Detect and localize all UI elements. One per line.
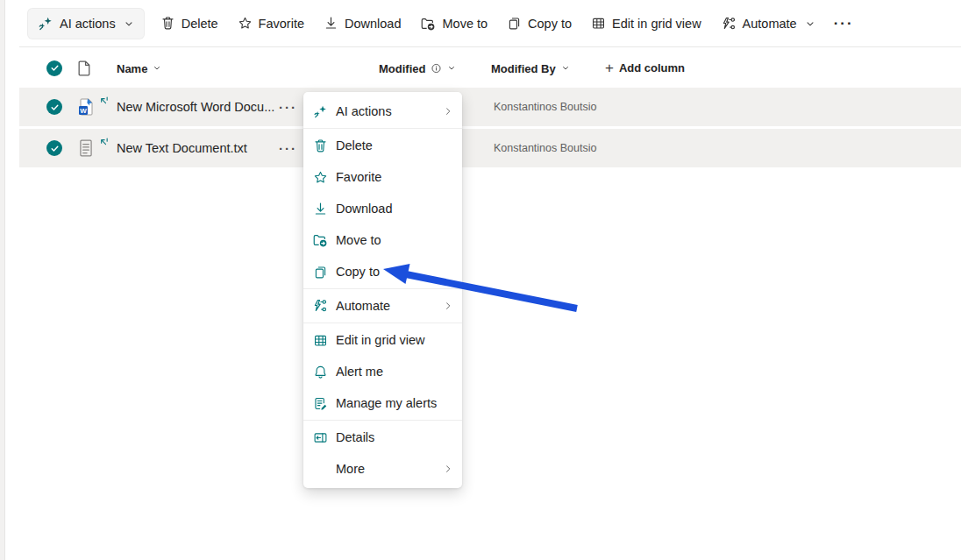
- copy-icon: [312, 265, 328, 280]
- menu-item-ai-actions[interactable]: AI actions: [303, 96, 462, 127]
- automate-flow-icon: [312, 298, 328, 314]
- details-pane-icon: [312, 430, 328, 445]
- new-item-indicator-icon: [98, 96, 110, 107]
- chevron-down-icon: [447, 64, 456, 73]
- file-type-column-icon[interactable]: [77, 60, 92, 76]
- menu-separator: [303, 128, 462, 129]
- edit-in-grid-view-label: Edit in grid view: [612, 17, 701, 31]
- menu-item-copy-to[interactable]: Copy to: [303, 256, 462, 287]
- text-file-icon: [78, 139, 94, 158]
- download-button[interactable]: Download: [314, 9, 411, 39]
- svg-text:W: W: [80, 107, 87, 115]
- chevron-right-icon: [443, 301, 453, 311]
- file-name-cell[interactable]: New Text Document.txt: [98, 141, 247, 155]
- favorite-label: Favorite: [259, 17, 304, 31]
- folder-move-icon: [312, 232, 328, 248]
- chevron-down-icon: [124, 18, 134, 29]
- menu-item-manage-my-alerts[interactable]: Manage my alerts: [303, 387, 462, 419]
- delete-button[interactable]: Delete: [151, 9, 228, 39]
- folder-move-icon: [420, 16, 436, 32]
- menu-item-move-to[interactable]: Move to: [303, 224, 462, 256]
- menu-item-download[interactable]: Download: [303, 193, 462, 224]
- sharepoint-file-list-page: AI actions Delete Favorite Download: [0, 0, 961, 560]
- row-checkbox[interactable]: [46, 99, 62, 115]
- menu-separator: [303, 288, 462, 289]
- ai-actions-button[interactable]: AI actions: [28, 9, 144, 39]
- star-icon: [238, 16, 253, 31]
- menu-item-more[interactable]: More: [303, 453, 462, 485]
- info-icon: [431, 62, 442, 74]
- modified-by-value: Konstantinos Boutsiou: [494, 101, 597, 113]
- row-checkbox[interactable]: [46, 140, 62, 156]
- chevron-down-icon: [153, 64, 161, 73]
- bell-icon: [312, 365, 328, 379]
- modified-by-cell: Konstantinos Boutsiou: [494, 142, 597, 154]
- add-column-label: Add column: [619, 61, 685, 74]
- trash-icon: [312, 138, 328, 153]
- checkbox-checked-icon: [46, 140, 62, 156]
- copy-to-label: Copy to: [528, 17, 572, 31]
- plus-icon: +: [605, 60, 614, 77]
- file-row-word-document[interactable]: W New Microsoft Word Docu... ··· Konstan…: [19, 88, 961, 126]
- chevron-right-icon: [443, 106, 453, 117]
- copy-icon: [507, 16, 522, 31]
- menu-item-delete[interactable]: Delete: [303, 130, 462, 161]
- row-more-actions-button[interactable]: ···: [279, 141, 297, 156]
- add-column-button[interactable]: + Add column: [605, 60, 685, 77]
- page-left-gutter: [0, 0, 5, 560]
- delete-label: Delete: [182, 17, 218, 31]
- ai-actions-label: AI actions: [60, 17, 116, 31]
- column-header-modified[interactable]: Modified: [379, 61, 456, 74]
- automate-label: Automate: [743, 17, 797, 31]
- menu-item-alert-me[interactable]: Alert me: [303, 356, 462, 387]
- toolbar-overflow-button[interactable]: ···: [825, 9, 863, 39]
- grid-icon: [312, 333, 328, 348]
- menu-item-automate[interactable]: Automate: [303, 290, 462, 322]
- download-icon: [312, 202, 328, 216]
- star-icon: [312, 170, 328, 185]
- new-item-indicator-icon: [98, 137, 110, 148]
- move-to-label: Move to: [442, 17, 488, 31]
- menu-item-details[interactable]: Details: [303, 422, 462, 453]
- modified-by-value: Konstantinos Boutsiou: [494, 142, 597, 154]
- list-header-row: Name Modified Modified By + Add column: [19, 48, 961, 88]
- word-file-icon: W: [77, 97, 96, 117]
- column-header-name[interactable]: Name: [117, 61, 161, 74]
- chevron-down-icon: [805, 18, 815, 29]
- chevron-down-icon: [561, 64, 570, 73]
- download-label: Download: [345, 17, 402, 31]
- column-header-modified-by[interactable]: Modified By: [491, 61, 570, 74]
- ai-sparkle-icon: [312, 104, 328, 119]
- menu-item-favorite[interactable]: Favorite: [303, 161, 462, 193]
- favorite-button[interactable]: Favorite: [228, 9, 314, 39]
- automate-flow-icon: [721, 16, 737, 32]
- move-to-button[interactable]: Move to: [410, 9, 497, 39]
- manage-alerts-icon: [312, 396, 328, 411]
- file-name: New Text Document.txt: [117, 141, 247, 155]
- menu-item-edit-in-grid-view[interactable]: Edit in grid view: [303, 324, 462, 356]
- select-all-checkbox[interactable]: [46, 60, 62, 76]
- row-more-actions-button[interactable]: ···: [279, 100, 297, 115]
- context-menu: AI actions Delete Favorite Download: [303, 92, 462, 488]
- checkbox-checked-icon: [46, 60, 62, 76]
- file-row-text-document[interactable]: New Text Document.txt ··· Konstantinos B…: [19, 129, 961, 167]
- file-name: New Microsoft Word Docu...: [117, 100, 274, 114]
- automate-button[interactable]: Automate: [711, 9, 825, 39]
- grid-icon: [591, 16, 606, 31]
- ai-sparkle-icon: [38, 16, 53, 32]
- copy-to-button[interactable]: Copy to: [497, 9, 581, 39]
- modified-by-cell: Konstantinos Boutsiou: [494, 101, 597, 113]
- checkbox-checked-icon: [46, 99, 62, 115]
- edit-in-grid-view-button[interactable]: Edit in grid view: [581, 9, 711, 39]
- menu-separator: [303, 420, 462, 421]
- download-icon: [324, 16, 338, 31]
- trash-icon: [160, 16, 175, 31]
- chevron-right-icon: [443, 464, 453, 474]
- file-name-cell[interactable]: New Microsoft Word Docu...: [98, 100, 274, 114]
- menu-separator: [303, 323, 462, 323]
- command-bar: AI actions Delete Favorite Download: [19, 0, 961, 47]
